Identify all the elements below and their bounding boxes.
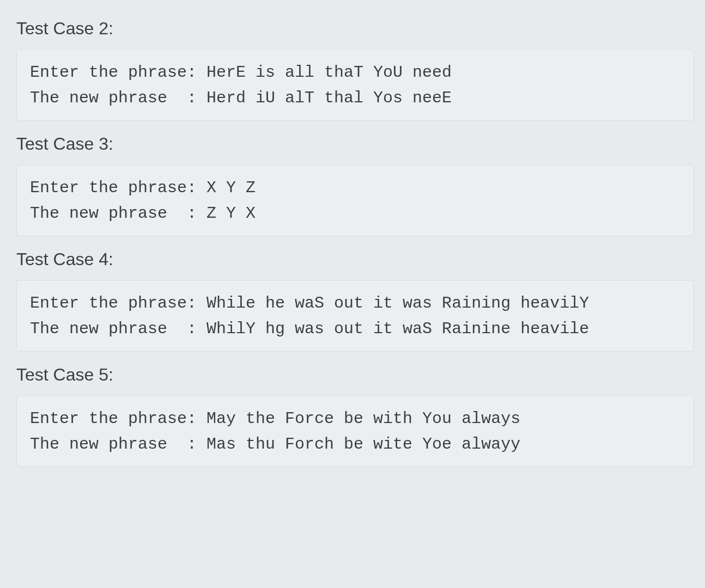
testcase-code-block: Enter the phrase: X Y Z The new phrase :… bbox=[16, 165, 694, 236]
testcase-heading: Test Case 3: bbox=[16, 134, 694, 154]
testcase-code-block: Enter the phrase: HerE is all thaT YoU n… bbox=[16, 50, 694, 121]
testcase-heading: Test Case 2: bbox=[16, 19, 694, 39]
page-container: Test Case 2: Enter the phrase: HerE is a… bbox=[0, 0, 705, 478]
testcase-code-block: Enter the phrase: May the Force be with … bbox=[16, 396, 694, 467]
testcase-heading: Test Case 5: bbox=[16, 365, 694, 385]
testcase-code-block: Enter the phrase: While he waS out it wa… bbox=[16, 280, 694, 352]
testcase-heading: Test Case 4: bbox=[16, 249, 694, 270]
